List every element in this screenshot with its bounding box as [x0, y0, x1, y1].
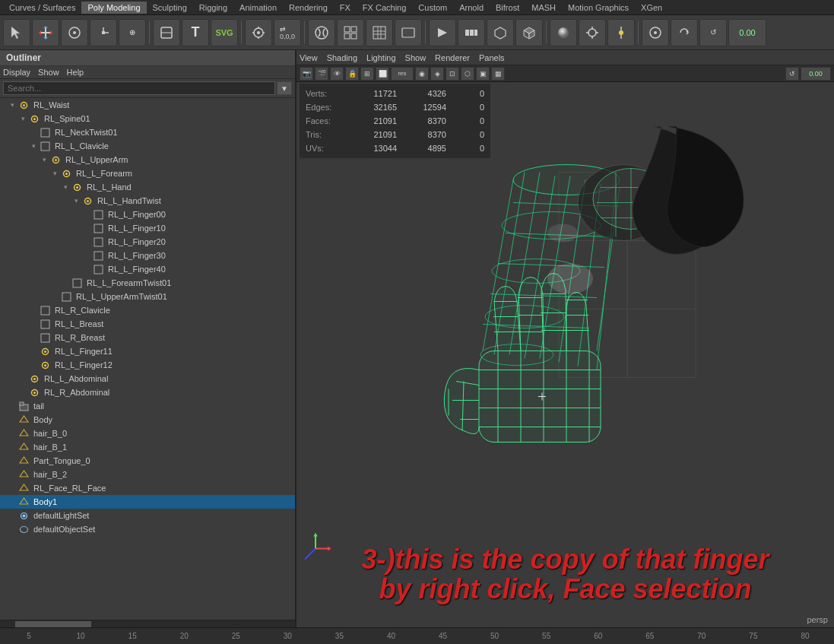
- mesh-btn1[interactable]: [153, 19, 180, 46]
- snap-btn[interactable]: [245, 19, 272, 46]
- tree-item[interactable]: RL_L_Breast: [0, 317, 295, 331]
- menu-custom[interactable]: Custom: [412, 2, 453, 14]
- tree-item[interactable]: RL_L_Finger12: [0, 358, 295, 372]
- vp-btn-uv[interactable]: ⬜: [376, 67, 389, 81]
- tree-item[interactable]: ▾RL_Spine01: [0, 112, 295, 125]
- menu-xgen[interactable]: XGen: [635, 2, 668, 14]
- render-btn2[interactable]: [458, 19, 485, 46]
- transform-tool-btn[interactable]: ⊕: [119, 19, 146, 46]
- vp-menu-shading[interactable]: Shading: [327, 53, 357, 62]
- mesh-btn2[interactable]: T: [182, 19, 209, 46]
- outliner-menu-show[interactable]: Show: [38, 68, 59, 77]
- vp-menu-panels[interactable]: Panels: [479, 53, 505, 62]
- display-btn1[interactable]: [395, 19, 422, 46]
- tree-item[interactable]: Body1: [0, 495, 295, 509]
- tree-item[interactable]: ▾RL_L_Clavicle: [0, 139, 295, 153]
- tree-item[interactable]: hair_B_0: [0, 427, 295, 440]
- tool-cube2[interactable]: [515, 19, 543, 46]
- outliner-hscroll[interactable]: [0, 620, 295, 627]
- sym-btn[interactable]: [308, 19, 335, 46]
- menu-rigging[interactable]: Rigging: [193, 2, 233, 14]
- vp-btn-tgl1[interactable]: ▣: [476, 67, 490, 81]
- tree-item[interactable]: RL_L_Finger11: [0, 344, 295, 358]
- vp-menu-view[interactable]: View: [300, 53, 318, 62]
- vp-btn-shade1[interactable]: ◉: [415, 67, 429, 81]
- tree-item[interactable]: Part_Tongue_0: [0, 454, 295, 468]
- tree-item[interactable]: RL_R_Abdominal: [0, 385, 295, 399]
- tree-item[interactable]: defaultLightSet: [0, 509, 295, 522]
- vp-btn-tgl2[interactable]: ▦: [491, 67, 505, 81]
- tree-item[interactable]: ▾RL_L_Forearm: [0, 167, 295, 180]
- render-btn1[interactable]: [429, 19, 456, 46]
- joint-btn[interactable]: [607, 19, 635, 46]
- tree-item[interactable]: RL_L_Finger20: [0, 235, 295, 249]
- tool-cube1[interactable]: [487, 19, 514, 46]
- vp-btn-film[interactable]: 🎬: [315, 67, 328, 81]
- menu-rendering[interactable]: Rendering: [283, 2, 334, 14]
- extra-btn2[interactable]: [671, 19, 698, 46]
- scale-tool-btn[interactable]: [90, 19, 117, 46]
- vp-btn-shade2[interactable]: ◈: [430, 67, 444, 81]
- shader-btn[interactable]: [550, 19, 577, 46]
- vp-btn-extra2[interactable]: 0.00: [801, 67, 831, 81]
- vp-btn-camera[interactable]: 📷: [300, 67, 313, 81]
- vp-btn-extra1[interactable]: ↺: [785, 67, 799, 81]
- menu-mash[interactable]: MASH: [525, 2, 562, 14]
- move-tool-btn[interactable]: [32, 19, 59, 46]
- tree-item-label: RL_L_Finger11: [55, 347, 113, 356]
- menu-arnold[interactable]: Arnold: [453, 2, 490, 14]
- menu-fx[interactable]: FX: [334, 2, 357, 14]
- menu-fx-caching[interactable]: FX Caching: [357, 2, 412, 14]
- tree-item[interactable]: RL_Face_RL_Face: [0, 481, 295, 495]
- tree-item[interactable]: RL_L_Finger00: [0, 208, 295, 221]
- vp-menu-show[interactable]: Show: [405, 53, 427, 62]
- vp-menu-renderer[interactable]: Renderer: [435, 53, 470, 62]
- tree-item[interactable]: defaultObjectSet: [0, 522, 295, 536]
- tree-item[interactable]: tail: [0, 399, 295, 413]
- search-reset-btn[interactable]: ▼: [277, 81, 292, 95]
- tree-item[interactable]: RL_R_Breast: [0, 331, 295, 344]
- tree-item[interactable]: RL_NeckTwist01: [0, 125, 295, 139]
- menu-curves-surfaces[interactable]: Curves / Surfaces: [3, 2, 81, 14]
- tree-item[interactable]: hair_B_2: [0, 468, 295, 481]
- tree-item[interactable]: ▾RL_L_UpperArm: [0, 153, 295, 167]
- vp-btn-eye[interactable]: 👁: [330, 67, 344, 81]
- menu-animation[interactable]: Animation: [233, 2, 283, 14]
- menu-bifrost[interactable]: Bifrost: [490, 2, 525, 14]
- menu-poly-modeling[interactable]: Poly Modeling: [81, 2, 146, 14]
- vp-btn-wire[interactable]: ⊡: [446, 67, 459, 81]
- outliner-menu-display[interactable]: Display: [3, 68, 30, 77]
- tree-item[interactable]: ▾RL_Waist: [0, 98, 295, 112]
- grid-btn2[interactable]: [366, 19, 393, 46]
- viewport-3d[interactable]: 3-)this is the copy of that finger by ri…: [296, 82, 834, 627]
- menu-motion-graphics[interactable]: Motion Graphics: [562, 2, 635, 14]
- vp-btn-res[interactable]: res: [391, 67, 414, 81]
- tree-item[interactable]: hair_B_1: [0, 440, 295, 454]
- extra-btn3[interactable]: ↺: [699, 19, 727, 46]
- search-input[interactable]: [3, 81, 275, 95]
- vp-btn-smooth[interactable]: ⬡: [461, 67, 474, 81]
- rotate-tool-btn[interactable]: [61, 19, 88, 46]
- outliner-menu-help[interactable]: Help: [67, 68, 84, 77]
- extra-btn1[interactable]: [642, 19, 669, 46]
- tree-item[interactable]: RL_L_Finger40: [0, 262, 295, 276]
- tree-item[interactable]: RL_L_ForearmTwist01: [0, 276, 295, 290]
- tree-item[interactable]: RL_L_UpperArmTwist01: [0, 290, 295, 303]
- tree-item[interactable]: ▾RL_L_Hand: [0, 180, 295, 194]
- tree-item[interactable]: RL_L_Abdominal: [0, 372, 295, 385]
- select-tool-btn[interactable]: [3, 19, 30, 46]
- vp-btn-grid[interactable]: ⊞: [360, 67, 374, 81]
- mesh-btn3[interactable]: SVG: [211, 19, 238, 46]
- tree-item[interactable]: RL_R_Clavicle: [0, 303, 295, 317]
- grid-btn1[interactable]: [337, 19, 364, 46]
- tree-item[interactable]: Body: [0, 413, 295, 427]
- grid-snap-btn[interactable]: [579, 19, 606, 46]
- tree-item[interactable]: ▾RL_L_HandTwist: [0, 194, 295, 208]
- camera-btn[interactable]: ⇄0,0,0: [274, 19, 301, 46]
- outliner-hscroll-thumb[interactable]: [15, 621, 91, 627]
- menu-sculpting[interactable]: Sculpting: [147, 2, 193, 14]
- tree-item[interactable]: RL_L_Finger30: [0, 249, 295, 262]
- tree-item[interactable]: RL_L_Finger10: [0, 221, 295, 235]
- vp-menu-lighting[interactable]: Lighting: [366, 53, 396, 62]
- vp-btn-lock[interactable]: 🔒: [345, 67, 359, 81]
